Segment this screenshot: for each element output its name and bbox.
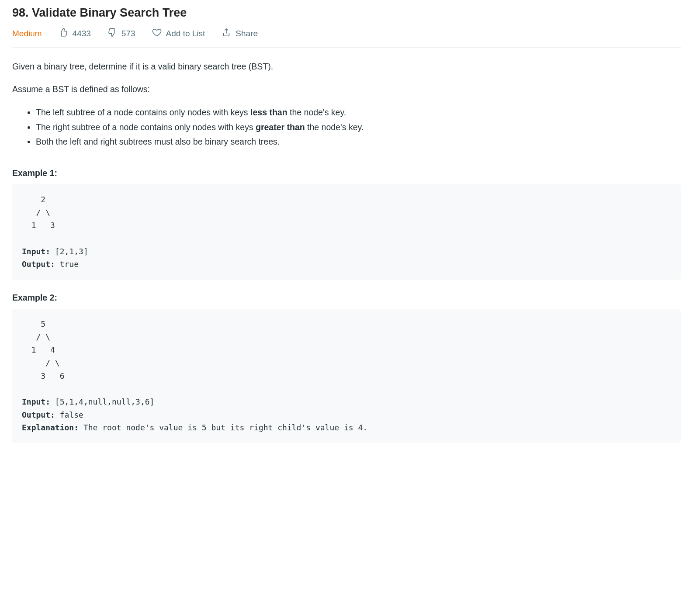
list-item: The left subtree of a node contains only…	[36, 105, 681, 120]
share-label: Share	[236, 29, 258, 38]
share-button[interactable]: Share	[222, 28, 258, 39]
example-heading: Example 1:	[12, 168, 681, 178]
list-item: The right subtree of a node contains onl…	[36, 120, 681, 135]
intro-paragraph: Given a binary tree, determine if it is …	[12, 60, 681, 73]
assume-paragraph: Assume a BST is defined as follows:	[12, 83, 681, 96]
likes-button[interactable]: 4433	[59, 28, 91, 39]
list-item: Both the left and right subtrees must al…	[36, 135, 681, 149]
likes-count: 4433	[73, 29, 91, 38]
add-to-list-label: Add to List	[166, 29, 205, 38]
thumbs-up-icon	[59, 28, 68, 39]
rules-list: The left subtree of a node contains only…	[12, 105, 681, 149]
problem-title: 98. Validate Binary Search Tree	[12, 6, 681, 20]
example-code-block: 2 / \ 1 3 Input: [2,1,3] Output: true	[12, 184, 681, 280]
example-code-block: 5 / \ 1 4 / \ 3 6 Input: [5,1,4,null,nul…	[12, 309, 681, 443]
example-heading: Example 2:	[12, 293, 681, 303]
heart-icon	[152, 28, 162, 39]
thumbs-down-icon	[107, 28, 117, 39]
share-icon	[222, 28, 231, 39]
meta-row: Medium 4433 573 Add to List Share	[12, 28, 681, 48]
dislikes-button[interactable]: 573	[107, 28, 135, 39]
problem-content: Given a binary tree, determine if it is …	[12, 60, 681, 443]
add-to-list-button[interactable]: Add to List	[152, 28, 205, 39]
difficulty-badge: Medium	[12, 29, 42, 38]
dislikes-count: 573	[121, 29, 135, 38]
